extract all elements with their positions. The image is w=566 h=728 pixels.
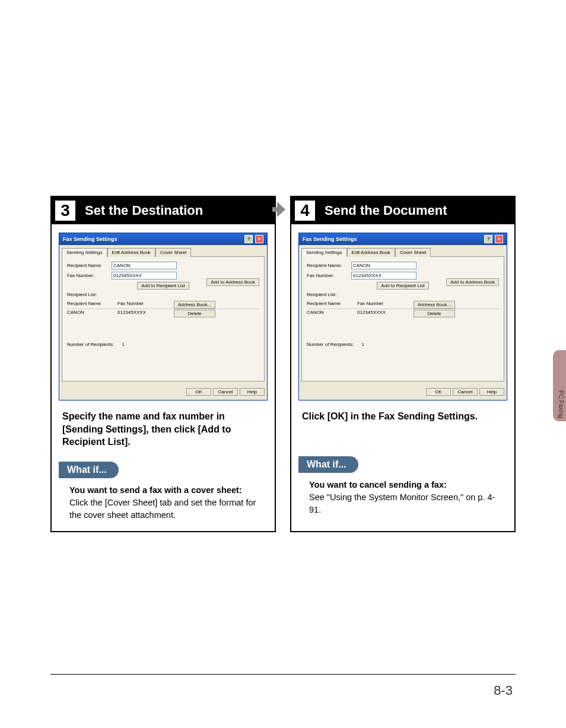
recipient-list-header: Recipient Name Fax Number Address Book..…: [307, 301, 499, 309]
tab-sending-settings[interactable]: Sending Settings: [62, 248, 107, 257]
dialog-titlebar: Fax Sending Settings ? ×: [59, 233, 267, 245]
delete-button[interactable]: Delete: [414, 310, 455, 317]
page-number: 8-3: [494, 683, 513, 698]
cancel-button[interactable]: Cancel: [453, 388, 478, 396]
step-number: 4: [300, 201, 310, 220]
close-icon[interactable]: ×: [255, 235, 263, 243]
add-to-recipient-list-button[interactable]: Add to Recipient List: [377, 282, 428, 290]
step-title: Set the Destination: [85, 203, 203, 218]
cancel-button[interactable]: Cancel: [213, 388, 238, 396]
help-button[interactable]: Help: [240, 388, 265, 396]
recipient-count-label: Number of Recipients:: [67, 342, 114, 347]
tab-cover-sheet[interactable]: Cover Sheet: [155, 248, 191, 257]
help-button[interactable]: Help: [479, 388, 504, 396]
add-to-address-book-button[interactable]: Add to Address Book: [206, 278, 259, 286]
col-fax-number: Fax Number: [357, 301, 414, 309]
step-header: 3 Set the Destination: [52, 197, 275, 224]
recipient-count-value: 1: [362, 342, 364, 347]
step-panel-3: 3 Set the Destination Fax Sending Settin…: [50, 196, 276, 532]
recipient-count-label: Number of Recipients:: [307, 342, 354, 347]
step-header: 4 Send the Document: [291, 197, 514, 224]
what-if-text: See "Using the System Monitor Screen," o…: [309, 491, 503, 516]
row-fax: 012345XXXX: [357, 310, 414, 317]
row-name: CANON: [67, 310, 117, 317]
ok-button[interactable]: OK: [186, 388, 211, 396]
recipient-count-row: Number of Recipients: 1: [307, 342, 499, 347]
row-name: CANON: [307, 310, 357, 317]
address-book-button[interactable]: Address Book...: [414, 301, 455, 309]
tab-edit-address-book[interactable]: Edit Address Book: [107, 248, 155, 257]
titlebar-controls: ? ×: [484, 235, 503, 243]
instruction-text: Click [OK] in the Fax Sending Settings.: [291, 406, 514, 452]
row-fax: 012345XXXX: [117, 310, 174, 317]
recipient-name-input[interactable]: [351, 262, 416, 269]
what-if-heading: You want to cancel sending a fax:: [309, 479, 503, 491]
recipient-count-row: Number of Recipients: 1: [67, 342, 259, 347]
ok-button[interactable]: OK: [426, 388, 451, 396]
dialog-tabs: Sending Settings Edit Address Book Cover…: [62, 247, 265, 257]
step-number-badge: 3: [52, 197, 79, 224]
recipient-name-input[interactable]: [112, 262, 177, 269]
dialog-titlebar: Fax Sending Settings ? ×: [299, 233, 507, 245]
step-number-badge: 4: [291, 197, 319, 224]
col-recipient-name: Recipient Name: [307, 301, 357, 309]
add-to-recipient-list-button[interactable]: Add to Recipient List: [137, 282, 189, 290]
fax-number-input[interactable]: [351, 272, 416, 279]
recipient-list-header: Recipient Name Fax Number Address Book..…: [67, 301, 259, 309]
address-book-button[interactable]: Address Book...: [174, 301, 215, 309]
what-if-label: What if...: [298, 456, 358, 473]
delete-button[interactable]: Delete: [174, 310, 215, 317]
step-number: 3: [61, 201, 70, 220]
what-if-body: You want to send a fax with a cover shee…: [52, 478, 275, 531]
fax-sending-settings-dialog: Fax Sending Settings ? × Sending Setting…: [298, 233, 507, 400]
recipient-name-label: Recipient Name:: [67, 263, 112, 268]
instruction-text: Specify the name and fax number in [Send…: [52, 406, 275, 457]
recipient-list-label: Recipient List:: [67, 292, 259, 297]
titlebar-controls: ? ×: [244, 235, 263, 243]
table-row[interactable]: CANON 012345XXXX Delete: [307, 309, 499, 318]
step-title: Send the Document: [325, 203, 447, 218]
fax-number-label: Fax Number:: [67, 273, 112, 278]
footer-rule: [50, 674, 516, 675]
tab-sending-settings[interactable]: Sending Settings: [301, 248, 347, 257]
close-icon[interactable]: ×: [495, 235, 503, 243]
tab-edit-address-book[interactable]: Edit Address Book: [347, 248, 395, 257]
dialog-tabs: Sending Settings Edit Address Book Cover…: [301, 247, 504, 257]
step-panel-4: 4 Send the Document Fax Sending Settings…: [290, 196, 516, 532]
tab-content: Recipient Name: Fax Number: Add to Addre…: [301, 257, 504, 382]
add-to-address-book-button[interactable]: Add to Address Book: [446, 278, 499, 286]
side-tab-label: PC Faxing: [558, 390, 564, 418]
recipient-count-value: 1: [122, 342, 125, 347]
col-fax-number: Fax Number: [117, 301, 174, 309]
tab-content: Recipient Name: Fax Number: Add to Addre…: [62, 257, 265, 382]
dialog-title-text: Fax Sending Settings: [63, 236, 117, 242]
recipient-list-label: Recipient List:: [307, 292, 499, 297]
dialog-title-text: Fax Sending Settings: [303, 236, 357, 242]
recipient-name-label: Recipient Name:: [307, 263, 351, 268]
table-row[interactable]: CANON 012345XXXX Delete: [67, 309, 259, 318]
dialog-footer: OK Cancel Help: [301, 386, 504, 398]
fax-number-label: Fax Number:: [307, 273, 351, 278]
help-icon[interactable]: ?: [244, 235, 253, 243]
what-if-text: Click the [Cover Sheet] tab and set the …: [69, 497, 263, 522]
help-icon[interactable]: ?: [484, 235, 492, 243]
fax-sending-settings-dialog: Fax Sending Settings ? × Sending Setting…: [59, 233, 268, 400]
arrow-icon: [277, 202, 285, 217]
what-if-heading: You want to send a fax with a cover shee…: [69, 484, 263, 497]
what-if-label: What if...: [59, 462, 119, 478]
dialog-footer: OK Cancel Help: [62, 386, 265, 398]
what-if-body: You want to cancel sending a fax: See "U…: [291, 473, 514, 526]
col-recipient-name: Recipient Name: [67, 301, 117, 309]
fax-number-input[interactable]: [112, 272, 177, 279]
tab-cover-sheet[interactable]: Cover Sheet: [395, 248, 431, 257]
